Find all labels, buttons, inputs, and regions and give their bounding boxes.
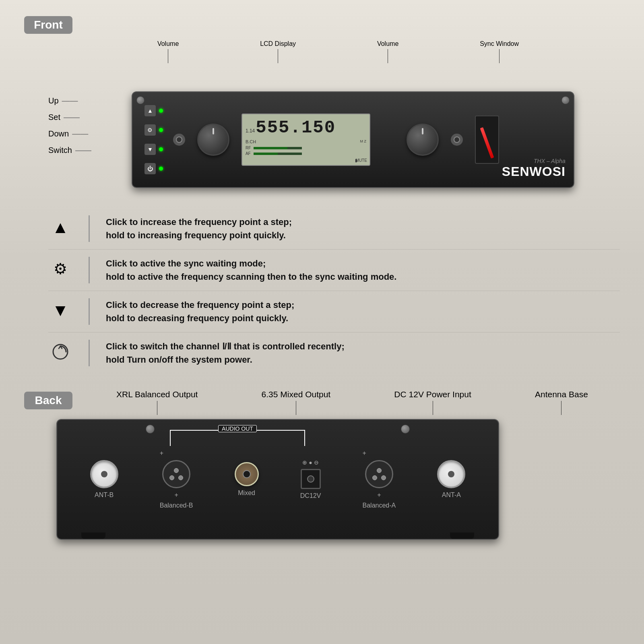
volume-knob-left[interactable] xyxy=(197,124,229,156)
volume-knob-right[interactable] xyxy=(407,124,439,156)
instr-switch-text: Click to switch the channel Ⅰ/Ⅱ that is … xyxy=(106,340,620,366)
callout-xrl: XRL Balanced Output xyxy=(116,390,198,415)
instr-up-icon: ▲ xyxy=(48,215,72,239)
up-led xyxy=(159,109,163,113)
dc12v-connector xyxy=(301,469,321,489)
callout-antenna: Antenna Base xyxy=(535,390,588,415)
balanced-a-label: Balanced-A xyxy=(363,502,396,509)
dc12v-label: DC12V xyxy=(300,492,321,500)
callout-volume-left: Volume xyxy=(157,40,179,63)
balanced-b-connector xyxy=(162,460,190,488)
ant-b-connector xyxy=(90,460,118,488)
balanced-b-component: + + Balanced-B xyxy=(160,450,193,509)
instr-set-text: Click to active the sync waiting mode;ho… xyxy=(106,257,620,283)
ant-a-connector xyxy=(437,460,465,488)
instr-down-icon: ▼ xyxy=(48,298,72,322)
instruction-switch: Click to switch the channel Ⅰ/Ⅱ that is … xyxy=(48,332,620,374)
mixed-component: Mixed xyxy=(235,462,259,497)
btn-set[interactable]: ⚙ xyxy=(144,124,163,136)
instr-set-icon: ⚙ xyxy=(48,257,72,281)
instr-up-text: Click to increase the frequency point a … xyxy=(106,215,620,242)
mixed-label: Mixed xyxy=(238,489,255,497)
callout-sync-window: Sync Window xyxy=(480,40,519,63)
down-led xyxy=(159,147,163,151)
device-front: ▲ ⚙ ▼ ⏻ xyxy=(132,91,574,188)
audio-out-label: AUDIO OUT xyxy=(218,425,257,432)
btn-up[interactable]: ▲ xyxy=(144,105,163,116)
balanced-a-component: + + Balanced-A xyxy=(363,450,396,509)
balanced-b-label: Balanced-B xyxy=(160,502,193,509)
side-up-label: Up xyxy=(48,96,91,105)
brand-name: SENWOSI xyxy=(502,164,566,179)
dc12v-component: ⊕ ● ⊖ DC12V xyxy=(300,459,321,500)
device-back: AUDIO OUT ANT-B + xyxy=(56,419,499,540)
audio-out-bracket: AUDIO OUT xyxy=(170,430,305,446)
brand-area: THX – Alpha SENWOSI xyxy=(502,158,566,179)
callout-volume-right: Volume xyxy=(377,40,398,63)
mixed-jack xyxy=(235,462,259,486)
instr-switch-icon xyxy=(48,340,72,364)
sync-window xyxy=(475,116,499,164)
ant-a-label: ANT-A xyxy=(442,491,461,499)
down-icon: ▼ xyxy=(144,144,156,155)
brand-thx: THX – Alpha xyxy=(502,158,566,164)
instruction-set: ⚙ Click to active the sync waiting mode;… xyxy=(48,250,620,291)
ant-b-label: ANT-B xyxy=(95,491,114,499)
sync-antenna xyxy=(480,127,494,159)
instr-down-text: Click to decrease the frequency point a … xyxy=(106,298,620,325)
up-icon: ▲ xyxy=(144,105,156,116)
instructions-section: ▲ Click to increase the frequency point … xyxy=(48,208,620,374)
instruction-down: ▼ Click to decrease the frequency point … xyxy=(48,291,620,332)
back-label: Back xyxy=(24,392,72,409)
side-down-label: Down xyxy=(48,129,91,138)
ant-a-component: ANT-A xyxy=(437,460,465,499)
lcd-display: 1.14 555.150 B.CH M Z RF AF xyxy=(242,114,370,166)
switch-led xyxy=(159,167,163,171)
side-switch-label: Switch xyxy=(48,146,91,155)
btn-down[interactable]: ▼ xyxy=(144,144,163,155)
switch-icon: ⏻ xyxy=(144,163,156,174)
instruction-up: ▲ Click to increase the frequency point … xyxy=(48,208,620,250)
btn-switch[interactable]: ⏻ xyxy=(144,163,163,174)
side-set-label: Set xyxy=(48,113,91,122)
callout-dc: DC 12V Power Input xyxy=(394,390,471,415)
ant-b-component: ANT-B xyxy=(90,460,118,499)
callout-mixed: 6.35 Mixed Output xyxy=(262,390,331,415)
front-label: Front xyxy=(24,16,72,34)
balanced-a-connector xyxy=(365,460,393,488)
set-icon: ⚙ xyxy=(144,124,156,136)
set-led xyxy=(159,128,163,132)
callout-lcd: LCD Display xyxy=(260,40,296,63)
